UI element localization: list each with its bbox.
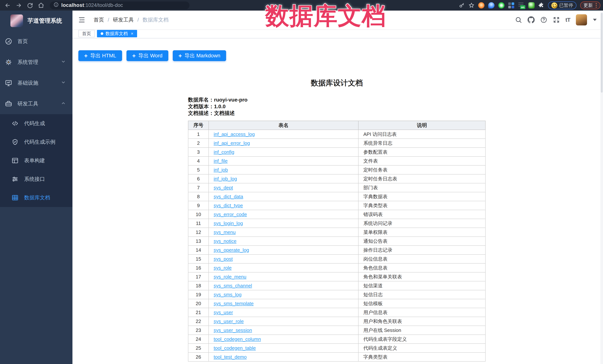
table-name-link[interactable]: inf_file (214, 158, 228, 164)
table-name-link[interactable]: sys_sms_template (214, 301, 254, 306)
row-description: 短信渠道 (358, 281, 485, 290)
row-index: 22 (188, 317, 209, 326)
tab-home[interactable]: 首页 (78, 30, 95, 37)
code-icon (12, 120, 19, 127)
sidebar-item-label: 首页 (17, 38, 28, 45)
row-index: 8 (188, 192, 209, 201)
table-name-link[interactable]: sys_menu (214, 230, 236, 235)
sidebar-item-infrastructure[interactable]: 基础设施 (0, 73, 72, 93)
tab-label: 首页 (82, 31, 91, 37)
github-icon[interactable] (528, 16, 535, 23)
table-name-link[interactable]: sys_role_menu (214, 274, 246, 280)
table-name-link[interactable]: sys_sms_channel (214, 283, 252, 288)
reload-icon[interactable] (27, 2, 33, 9)
sidebar-item-codegen[interactable]: 代码生成 (0, 114, 72, 133)
kebab-menu-icon[interactable] (595, 3, 597, 8)
meta-value: 文档描述 (214, 110, 235, 116)
sidebar-item-label: 系统接口 (24, 176, 45, 183)
browser-toolbar: localhost:1024/tool/db-doc on 已暂停 更新 (0, 0, 603, 11)
table-icon (12, 194, 19, 201)
row-index: 23 (188, 326, 209, 335)
sidebar-item-system[interactable]: 系统管理 (0, 52, 72, 73)
row-table-name: sys_operate_log (209, 246, 358, 254)
row-description: 定时任务日志表 (358, 174, 485, 183)
breadcrumb-home[interactable]: 首页 (94, 16, 104, 23)
table-row: 21 sys_user 用户信息表 (188, 308, 485, 317)
sidebar-item-codegen-example[interactable]: 代码生成示例 (0, 133, 72, 151)
table-name-link[interactable]: sys_sms_log (214, 292, 242, 297)
extension-icon[interactable] (498, 2, 505, 9)
table-name-link[interactable]: inf_job (214, 167, 228, 173)
table-name-link[interactable]: inf_api_access_log (214, 132, 255, 137)
bookmark-star-icon[interactable] (468, 2, 475, 8)
extension-switch-icon[interactable]: on (518, 2, 525, 9)
table-name-link[interactable]: sys_login_log (214, 221, 243, 226)
logo-row[interactable]: 芋道管理系统 (0, 11, 72, 31)
sidebar-item-system-api[interactable]: 系统接口 (0, 170, 72, 188)
navbar-actions: tT (515, 14, 597, 25)
table-name-link[interactable]: sys_error_code (214, 212, 247, 217)
user-menu-caret-icon[interactable] (593, 19, 597, 21)
table-name-link[interactable]: tool_test_demo (214, 354, 247, 360)
navbar: 首页 / 研发工具 / 数据库文档 tT (72, 11, 603, 29)
chevron-up-icon (61, 101, 66, 107)
extension-icon[interactable] (488, 2, 495, 9)
browser-update-menu[interactable]: 更新 (580, 1, 600, 9)
export-html-button[interactable]: + 导出 HTML (78, 50, 122, 61)
table-name-link[interactable]: sys_notice (214, 238, 236, 244)
table-row: 8 sys_dict_data 字典数据表 (188, 192, 485, 201)
sidebar-item-home[interactable]: 首页 (0, 31, 72, 52)
table-name-link[interactable]: tool_codegen_column (214, 336, 261, 342)
table-name-link[interactable]: sys_operate_log (214, 247, 249, 253)
table-name-link[interactable]: sys_user_session (214, 327, 252, 333)
table-name-link[interactable]: sys_post (214, 256, 233, 262)
extensions-puzzle-icon[interactable] (538, 2, 544, 8)
sidebar-item-form-builder[interactable]: 表单构建 (0, 151, 72, 170)
table-name-link[interactable]: sys_user (214, 310, 233, 315)
export-word-button[interactable]: + 导出 Word (127, 50, 168, 61)
close-icon[interactable]: × (131, 31, 133, 36)
forward-icon[interactable] (16, 2, 22, 9)
breadcrumb-devtools[interactable]: 研发工具 (113, 16, 134, 23)
table-name-link[interactable]: inf_job_log (214, 176, 237, 182)
tab-db-doc[interactable]: 数据库文档 × (97, 30, 137, 37)
row-table-name: tool_codegen_table (209, 343, 358, 353)
table-name-link[interactable]: sys_role (214, 265, 232, 271)
row-index: 24 (188, 335, 209, 343)
table-row: 17 sys_role_menu 角色和菜单关联表 (188, 272, 485, 281)
row-description: 操作日志记录 (358, 246, 485, 254)
row-index: 6 (188, 174, 209, 183)
table-name-link[interactable]: sys_dict_data (214, 194, 243, 199)
table-name-link[interactable]: sys_user_role (214, 319, 244, 324)
table-name-link[interactable]: sys_dict_type (214, 203, 243, 208)
table-row: 1 inf_api_access_log API 访问日志表 (188, 130, 485, 139)
font-size-icon[interactable]: tT (566, 17, 570, 23)
row-description: 字典类型表 (358, 353, 485, 361)
extension-grid-icon[interactable] (508, 2, 514, 8)
sidebar-item-label: 数据库文档 (24, 194, 50, 201)
user-avatar[interactable] (576, 14, 587, 25)
collapse-sidebar-icon[interactable] (78, 16, 85, 23)
paused-extension-badge[interactable]: 已暂停 (548, 1, 576, 9)
update-label: 更新 (583, 2, 593, 8)
address-bar[interactable]: localhost:1024/tool/db-doc (50, 1, 189, 9)
sidebar-item-db-doc[interactable]: 数据库文档 (0, 188, 72, 207)
key-icon[interactable] (459, 2, 465, 8)
row-table-name: sys_post (209, 254, 358, 263)
table-name-link[interactable]: inf_api_error_log (214, 140, 250, 146)
table-name-link[interactable]: sys_dept (214, 185, 233, 190)
back-icon[interactable] (4, 2, 11, 9)
table-name-link[interactable]: inf_config (214, 149, 234, 155)
search-icon[interactable] (515, 16, 522, 23)
help-icon[interactable] (540, 16, 547, 23)
document-meta: 数据库名：ruoyi-vue-pro 文档版本：1.0.0 文档描述：文档描述 (188, 97, 486, 117)
extension-icon[interactable] (528, 2, 535, 9)
window-scrollbar[interactable] (600, 11, 603, 364)
table-name-link[interactable]: tool_codegen_table (214, 345, 256, 351)
home-icon[interactable] (38, 2, 44, 9)
extension-icon[interactable] (478, 2, 485, 9)
site-info-icon[interactable] (54, 2, 59, 9)
sidebar-item-devtools[interactable]: 研发工具 (0, 93, 72, 114)
fullscreen-icon[interactable] (553, 16, 560, 23)
scrollbar-thumb[interactable] (601, 13, 603, 93)
